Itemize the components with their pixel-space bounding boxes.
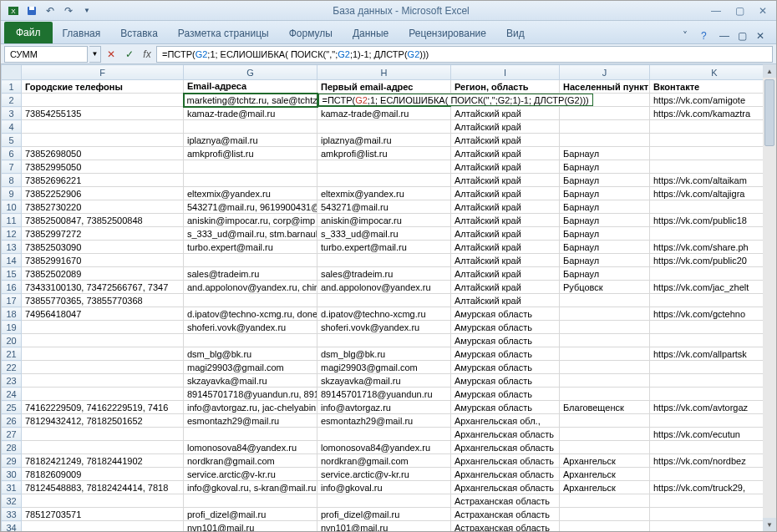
row-header[interactable]: 32: [2, 494, 22, 508]
cell[interactable]: 73852252906: [22, 187, 184, 200]
cell[interactable]: https://vk.com/public18: [650, 214, 764, 227]
cell[interactable]: profi_dizel@mail.ru: [184, 508, 317, 521]
cell[interactable]: Архангельская область: [451, 454, 560, 468]
cell[interactable]: [560, 414, 650, 428]
cell[interactable]: sales@tradeim.ru: [317, 267, 451, 281]
enter-icon[interactable]: ✓: [121, 46, 138, 63]
cell[interactable]: s_333_ud@mail.ru, stm.barnaul: [184, 227, 317, 241]
tab-home[interactable]: Главная: [53, 23, 111, 43]
cell[interactable]: Алтайский край: [451, 227, 560, 241]
save-icon[interactable]: [24, 3, 39, 18]
cell[interactable]: https://vk.com/gctehno: [650, 307, 764, 321]
cell[interactable]: amkprofi@list.ru: [184, 147, 317, 160]
cell[interactable]: [560, 428, 650, 441]
cell[interactable]: 78182421249, 78182441902: [22, 454, 184, 468]
cell[interactable]: nordkran@gmail.com: [317, 454, 451, 468]
cell[interactable]: [184, 428, 317, 441]
row-header[interactable]: 19: [2, 321, 22, 334]
cell[interactable]: Благовещенск: [560, 401, 650, 414]
cell[interactable]: [560, 361, 650, 374]
col-header-K[interactable]: K: [650, 65, 764, 80]
cell[interactable]: eltexmix@yandex.ru: [184, 187, 317, 200]
cell[interactable]: Амурская область: [451, 334, 560, 347]
cell[interactable]: [317, 494, 451, 508]
row-header[interactable]: 3: [2, 107, 22, 120]
formula-input[interactable]: =ПСТР(G2;1; ЕСЛИОШИБКА( ПОИСК(",";G2;1)-…: [156, 46, 773, 63]
cell[interactable]: sales@tradeim.ru: [184, 267, 317, 281]
row-header[interactable]: 11: [2, 214, 22, 227]
cell[interactable]: eltexmix@yandex.ru: [317, 187, 451, 200]
cell[interactable]: [560, 347, 650, 361]
cell[interactable]: esmontazh29@mail.ru: [317, 414, 451, 428]
cell[interactable]: magi29903@gmail.com: [184, 361, 317, 374]
cell[interactable]: [184, 160, 317, 174]
cell[interactable]: https://vk.com/truck29,: [650, 481, 764, 494]
cell[interactable]: kamaz-trade@mail.ru: [317, 107, 451, 120]
row-header[interactable]: 30: [2, 468, 22, 481]
cell[interactable]: info@gkoval.ru: [317, 481, 451, 494]
cell[interactable]: service.arctic@v-kr.ru: [317, 468, 451, 481]
undo-icon[interactable]: ↶: [43, 3, 58, 18]
row-header[interactable]: 22: [2, 361, 22, 374]
cell[interactable]: Архангельск: [560, 468, 650, 481]
cell[interactable]: amkprofi@list.ru: [317, 147, 451, 160]
cell[interactable]: lomonosova84@yandex.ru: [184, 441, 317, 454]
cell[interactable]: Барнаул: [560, 227, 650, 241]
cell[interactable]: [184, 120, 317, 134]
cell[interactable]: [560, 388, 650, 401]
qat-dropdown-icon[interactable]: ▼: [79, 3, 94, 18]
row-header[interactable]: 16: [2, 281, 22, 294]
cell[interactable]: Алтайский край: [451, 200, 560, 214]
row-header[interactable]: 24: [2, 388, 22, 401]
cell[interactable]: and.appolonov@yandex.ru, chin: [184, 281, 317, 294]
tab-formulas[interactable]: Формулы: [279, 23, 343, 43]
cell[interactable]: [560, 494, 650, 508]
cell[interactable]: dsm_blg@bk.ru: [317, 347, 451, 361]
row-header[interactable]: 1: [2, 80, 22, 94]
row-header[interactable]: 17: [2, 294, 22, 307]
row-header[interactable]: 5: [2, 134, 22, 147]
cell[interactable]: and.appolonov@yandex.ru: [317, 281, 451, 294]
name-box-dropdown-icon[interactable]: ▼: [89, 46, 101, 63]
header-cell[interactable]: Населенный пункт: [560, 80, 650, 94]
cell[interactable]: Барнаул: [560, 241, 650, 254]
row-header[interactable]: 25: [2, 401, 22, 414]
cell[interactable]: Алтайский край: [451, 294, 560, 307]
cell[interactable]: https://vk.com/avtorgaz: [650, 401, 764, 414]
header-cell[interactable]: Первый email-адрес: [317, 80, 451, 94]
cell[interactable]: s_333_ud@mail.ru: [317, 227, 451, 241]
cell[interactable]: profi_dizel@mail.ru: [317, 508, 451, 521]
col-header-J[interactable]: J: [560, 65, 650, 80]
cell[interactable]: [22, 494, 184, 508]
cell[interactable]: [22, 428, 184, 441]
row-header[interactable]: 26: [2, 414, 22, 428]
cell[interactable]: nvn101@mail.ru: [317, 521, 451, 532]
row-header[interactable]: 34: [2, 521, 22, 532]
cell[interactable]: [22, 321, 184, 334]
cell[interactable]: skzayavka@mail.ru: [317, 374, 451, 388]
cell[interactable]: 543271@mail.ru: [317, 200, 451, 214]
cell[interactable]: https://vk.com/jac_zhelt: [650, 281, 764, 294]
cell[interactable]: 74956418047: [22, 307, 184, 321]
cell[interactable]: [317, 294, 451, 307]
cell[interactable]: [22, 334, 184, 347]
cell[interactable]: [560, 521, 650, 532]
cell[interactable]: 73852500847, 73852500848: [22, 214, 184, 227]
col-header-I[interactable]: I: [451, 65, 560, 80]
row-header[interactable]: 15: [2, 267, 22, 281]
cell[interactable]: [650, 388, 764, 401]
ribbon-minimize-icon[interactable]: ˅: [683, 30, 696, 43]
cell[interactable]: [317, 160, 451, 174]
doc-restore-icon[interactable]: ▢: [738, 30, 751, 43]
cell[interactable]: https://vk.com/amigote: [650, 94, 764, 107]
cell[interactable]: [650, 227, 764, 241]
cell[interactable]: https://vk.com/ecutun: [650, 428, 764, 441]
cell[interactable]: https://vk.com/nordbez: [650, 454, 764, 468]
cell[interactable]: [317, 120, 451, 134]
spreadsheet-grid[interactable]: F G H I J K 1Городские телефоныEmail-адр…: [1, 64, 763, 531]
cell[interactable]: aniskin@impocar.ru, corp@imp: [184, 214, 317, 227]
cell[interactable]: Рубцовск: [560, 281, 650, 294]
cell[interactable]: Барнаул: [560, 147, 650, 160]
tab-view[interactable]: Вид: [496, 23, 535, 43]
redo-icon[interactable]: ↷: [61, 3, 76, 18]
